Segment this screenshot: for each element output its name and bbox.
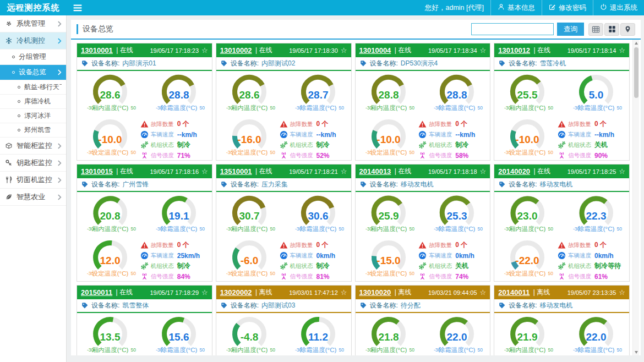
favorite-star-icon[interactable]: ☆	[341, 168, 347, 175]
bullet-icon	[12, 71, 15, 74]
defrost-temp-gauge: 11.2-30除霜温度(°C)50	[290, 315, 347, 355]
logout-label: 退出系统	[610, 3, 637, 13]
device-id-link[interactable]: 20140011	[498, 288, 530, 297]
favorite-star-icon[interactable]: ☆	[619, 47, 625, 54]
device-id-link[interactable]: 13020002	[220, 288, 252, 297]
device-name-row: 设备名称:移动发电机	[494, 299, 629, 313]
device-status-badge: | 在线	[114, 46, 133, 55]
logout-menu-item[interactable]: 退出系统	[593, 0, 644, 15]
bullet-icon	[18, 129, 20, 131]
defrost-temp-value: 30.6	[308, 210, 328, 222]
favorite-star-icon[interactable]: ☆	[480, 168, 487, 175]
vertical-scrollbar[interactable]	[632, 40, 639, 355]
search-button[interactable]: 查询	[557, 23, 584, 36]
scrollbar-thumb[interactable]	[634, 47, 638, 98]
device-id-link[interactable]: 13510001	[220, 167, 252, 175]
speedometer-icon	[418, 251, 427, 260]
device-id-link[interactable]: 13010012	[498, 46, 530, 54]
set-temp-value: -15.0	[376, 255, 400, 266]
device-name-value: 凯雪整体	[122, 301, 149, 310]
inner-temp-label: 厢内温度(°C)	[509, 226, 546, 232]
device-status-badge: | 在线	[532, 167, 550, 176]
hamburger-menu-icon[interactable]	[67, 0, 89, 15]
tag-icon	[221, 181, 228, 188]
inner-temp-label: 厢内温度(°C)	[370, 226, 407, 232]
defrost-temp-gauge: 15.6-30除霜温度(°C)50	[150, 315, 208, 355]
sidebar-item-3[interactable]: 设备总览	[0, 65, 66, 80]
favorite-star-icon[interactable]: ☆	[480, 47, 487, 54]
status-value-signal: 61%	[594, 273, 608, 281]
device-card-13010015: 13010015 | 在线19/05/17 17:18:16☆设备名称:广州雪锋…	[77, 164, 212, 282]
warning-icon	[558, 120, 566, 128]
signal-icon	[140, 272, 149, 281]
favorite-star-icon[interactable]: ☆	[201, 47, 208, 54]
device-id-link[interactable]: 13010002	[220, 46, 252, 54]
sidebar-item-label: 切面机监控	[17, 175, 54, 185]
status-value-signal: 84%	[177, 273, 190, 281]
gauge-max-tick: 50	[199, 347, 205, 353]
status-label-signal: 信号强度	[429, 273, 452, 281]
device-name-label: 设备名称:	[509, 180, 537, 189]
status-row-unit: 机组状态制冷等待	[558, 261, 625, 271]
gauge-max-tick: 50	[409, 226, 414, 232]
gauge-max-tick: 50	[339, 347, 344, 353]
map-view-button[interactable]	[620, 23, 635, 36]
favorite-star-icon[interactable]: ☆	[619, 168, 625, 175]
sidebar-item-6[interactable]: 漯河冰洋	[0, 109, 66, 123]
sidebar-item-0[interactable]: 系统管理	[0, 15, 66, 32]
favorite-star-icon[interactable]: ☆	[341, 47, 347, 54]
card-header: 13010001 | 在线19/05/17 17:18:23☆	[77, 43, 212, 57]
sidebar-item-9[interactable]: 钥匙柜监控	[0, 155, 66, 172]
search-input[interactable]	[471, 23, 554, 35]
device-name-value: 压力采集	[261, 180, 288, 189]
device-id-link[interactable]: 13010015	[81, 167, 113, 175]
device-id-link[interactable]: 20140013	[359, 167, 391, 175]
sidebar-item-2[interactable]: 分组管理	[0, 50, 66, 65]
device-name-row: 设备名称:内部测试03	[216, 299, 351, 313]
defrost-temp-label: 除霜温度(°C)	[578, 347, 615, 353]
status-row-unit: 机组状态制冷	[280, 261, 347, 271]
table-view-button[interactable]	[588, 23, 603, 36]
card-body: 21.8-30厢内温度(°C)5022.0-30除霜温度(°C)50	[356, 313, 490, 355]
device-status-list: 故障数量0 个车辆速度--km/h机组状态制冷信号强度52%	[280, 118, 347, 161]
status-label-fault: 故障数量	[151, 242, 174, 249]
device-id-link[interactable]: 13010020	[359, 288, 391, 297]
sidebar-item-1[interactable]: 冷机测控	[0, 32, 66, 50]
device-id-link[interactable]: 13010001	[81, 46, 113, 54]
favorite-star-icon[interactable]: ☆	[480, 289, 487, 296]
status-value-speed: 0km/h	[316, 252, 336, 260]
set-temp-value: -10.0	[98, 134, 122, 145]
map-view-icon	[624, 25, 631, 33]
status-label-signal: 信号强度	[568, 273, 591, 281]
device-id-link[interactable]: 13010004	[359, 46, 391, 54]
status-row-fault: 故障数量0 个	[418, 119, 485, 129]
sidebar-item-7[interactable]: 郑州凯雪	[0, 123, 66, 138]
set-temp-label: 设定温度(°C)	[231, 149, 268, 156]
favorite-star-icon[interactable]: ☆	[201, 289, 208, 296]
device-timestamp: 19/05/17 17:18:21	[289, 168, 338, 175]
favorite-star-icon[interactable]: ☆	[619, 289, 625, 296]
scroll-down-arrow-icon[interactable]	[633, 349, 640, 355]
sidebar-item-5[interactable]: 库德冷机	[0, 95, 66, 109]
card-gauges-row: 20.8-30厢内温度(°C)5019.1-30除霜温度(°C)50	[81, 194, 208, 235]
device-card-20150011: 20150011 | 在线19/05/17 17:18:29☆设备名称:凯雪整体…	[77, 285, 212, 355]
profile-menu-item[interactable]: 基本信息	[490, 0, 542, 15]
device-id-link[interactable]: 20140020	[498, 167, 530, 175]
speedometer-icon	[418, 130, 427, 139]
favorite-star-icon[interactable]: ☆	[341, 289, 347, 296]
device-name-label: 设备名称:	[231, 59, 259, 68]
sidebar-item-10[interactable]: 切面机监控	[0, 172, 66, 189]
sidebar-item-8[interactable]: 智能柜监控	[0, 138, 66, 155]
favorite-star-icon[interactable]: ☆	[201, 168, 208, 175]
set-temp-gauge: -15.0-30设定温度(°C)50	[360, 239, 417, 282]
card-view-button[interactable]	[604, 23, 619, 36]
sidebar-item-11[interactable]: 智慧农业	[0, 189, 66, 206]
gauge-max-tick: 50	[409, 347, 414, 353]
device-cards-grid: 13010001 | 在线19/05/17 17:18:23☆设备名称:内部演示…	[77, 43, 630, 355]
device-timestamp: 19/03/21 09:44:05	[428, 289, 477, 296]
device-id-link[interactable]: 20150011	[81, 288, 112, 297]
scroll-up-arrow-icon[interactable]	[633, 40, 640, 46]
status-row-signal: 信号强度74%	[418, 271, 485, 282]
sidebar-item-4[interactable]: 航益-移行天下	[0, 80, 66, 95]
change-password-menu-item[interactable]: 修改密码	[542, 0, 593, 15]
